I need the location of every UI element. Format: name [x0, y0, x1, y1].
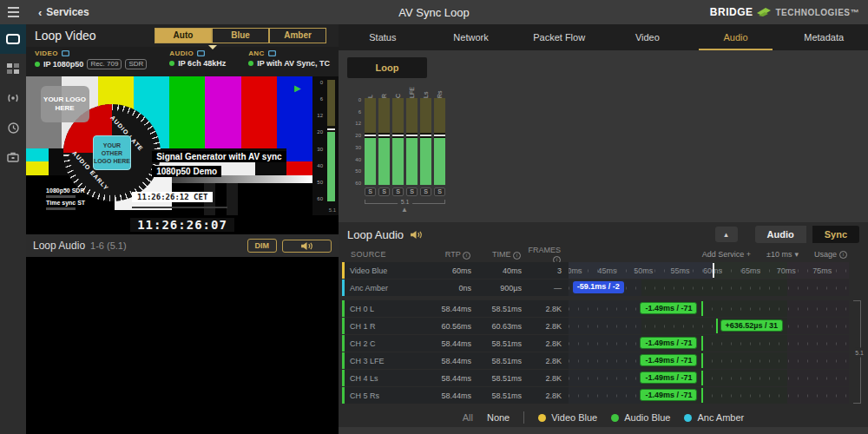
sync-row-ch-2-c[interactable]: CH 2 C58.44ms58.51ms2.8K-1.49ms / -71: [342, 335, 849, 352]
scale-tick-label: 20: [317, 129, 323, 135]
meter-bar-ls: [420, 98, 431, 185]
hamburger-menu-icon[interactable]: [0, 0, 26, 24]
clock-nav-icon[interactable]: [0, 113, 26, 142]
info-icon: i: [839, 251, 847, 259]
timeline-tick-label: 40ms: [569, 266, 582, 275]
speaker-mute-button[interactable]: [282, 240, 332, 253]
signal-nav-icon[interactable]: [0, 83, 26, 113]
legend-item-audio-blue[interactable]: Audio Blue: [611, 412, 670, 423]
measurement-marker: [701, 353, 703, 368]
meter-bars: 06122030405060: [365, 98, 464, 185]
tab-metadata[interactable]: Metadata: [779, 24, 868, 50]
row-timeline: 40ms45ms50ms55ms60ms65ms70ms75ms: [569, 262, 849, 279]
meter-bar-l: [365, 98, 376, 185]
video-format-info: 1080p50 SDR Time sync ST: [46, 187, 85, 212]
row-frames-value: 2.8K: [522, 374, 562, 383]
tab-audio[interactable]: Audio: [692, 24, 780, 50]
demo-caption: 1080p50 Demo: [152, 166, 221, 177]
offset-badge: -1.49ms / -71: [640, 302, 697, 314]
play-icon[interactable]: ▶: [294, 83, 301, 93]
detail-tabs: StatusNetworkPacket FlowVideoAudioMetada…: [339, 24, 868, 50]
row-timeline: -1.49ms / -71: [569, 387, 849, 404]
timeline-tick-label: 70ms: [777, 266, 796, 275]
offset-badge: -1.49ms / -71: [640, 337, 697, 349]
monitor-nav-icon[interactable]: [0, 24, 26, 54]
audio-view-button[interactable]: Audio: [755, 226, 806, 243]
smpte-shadow-block: [227, 183, 238, 215]
loop-audio-sync-section: Loop Audio ▴ Audio Sync SOURCE RTP i TIM…: [339, 222, 868, 427]
signal-text: IP 1080p50: [43, 60, 83, 69]
meter-peak-tick: [406, 135, 418, 136]
mode-button-auto[interactable]: Auto: [155, 28, 212, 43]
row-rtp-value: 58.44ms: [418, 339, 471, 348]
mode-button-blue[interactable]: Blue: [212, 28, 269, 43]
row-timeline: -1.49ms / -71: [569, 352, 849, 369]
legend-item-anc-amber[interactable]: Anc Amber: [684, 412, 744, 423]
loop-stream-button[interactable]: Loop: [347, 57, 427, 78]
timeline-tick-label: 75ms: [812, 266, 832, 275]
timecode-display: 11:26:26:07: [130, 218, 234, 232]
solo-button-l[interactable]: S: [365, 187, 376, 196]
scale-tick-label: 0: [358, 97, 361, 102]
left-panel-filler: [26, 257, 339, 434]
row-rtp-value: 60ms: [418, 266, 471, 275]
legend-all-button[interactable]: All: [463, 412, 473, 423]
toolbox-nav-icon[interactable]: [0, 142, 26, 172]
dashboard-nav-icon[interactable]: [0, 54, 26, 83]
row-frames-value: 2.8K: [522, 339, 562, 348]
usage-button[interactable]: Usage i: [814, 250, 847, 259]
meter-peak-tick: [365, 135, 376, 136]
sync-row-ch-0-l[interactable]: CH 0 L58.44ms58.51ms2.8K-1.49ms / -71: [342, 300, 849, 317]
row-time-value: 40ms: [471, 266, 522, 275]
timeline-ticks: [569, 342, 849, 345]
row-time-value: 58.51ms: [471, 374, 522, 383]
tab-video[interactable]: Video: [603, 24, 692, 50]
timesync-label: Time sync ST: [46, 200, 85, 207]
sync-row-ch-3-lfe[interactable]: CH 3 LFE58.44ms58.51ms2.8K-1.49ms / -71: [342, 352, 849, 369]
info-icon[interactable]: i: [463, 252, 470, 260]
channel-label-l: L: [365, 87, 376, 98]
window-size-select[interactable]: ±10 ms ▾: [766, 250, 799, 259]
row-time-value: 58.51ms: [471, 339, 522, 348]
signal-text: IP 6ch 48kHz: [178, 59, 226, 68]
sync-row-anc-amber[interactable]: Anc Amber0ns900µs—-59.1ms / -2: [342, 279, 849, 296]
sync-row-video-blue[interactable]: Video Blue60ms40ms340ms45ms50ms55ms60ms6…: [342, 262, 849, 279]
signal-label: VIDEO: [35, 49, 147, 57]
signal-generator-caption: Signal Generator with AV sync: [152, 151, 286, 162]
channel-label-c: C: [392, 87, 404, 98]
meter-solo-row: SSSSSS: [365, 187, 464, 196]
legend-item-video-blue[interactable]: Video Blue: [538, 412, 597, 423]
info-icon[interactable]: i: [513, 252, 521, 260]
back-to-services-link[interactable]: ‹ Services: [38, 6, 89, 19]
video-preview[interactable]: AUDIO LATE AUDIO EARLY YOUR OTHER LOGO H…: [26, 76, 312, 215]
sync-view-button[interactable]: Sync: [812, 226, 859, 243]
tab-status[interactable]: Status: [339, 24, 427, 50]
solo-button-r[interactable]: S: [378, 187, 390, 196]
timecode-row: 11:26:26:07: [26, 215, 339, 234]
scale-tick-label: 50: [317, 180, 323, 185]
scale-tick-label: 40: [355, 157, 361, 162]
row-source-name: Video Blue: [345, 266, 418, 275]
measurement-marker: [716, 319, 718, 333]
source-column-header: SOURCE: [344, 250, 417, 259]
meter-group-arrow-icon: ▲: [401, 206, 464, 214]
sync-row-ch-4-ls[interactable]: CH 4 Ls58.44ms58.51ms2.8K-1.49ms / -71: [342, 370, 849, 386]
meter-peak-tick: [392, 135, 404, 136]
solo-button-lfe[interactable]: S: [406, 187, 418, 196]
sync-row-ch-5-rs[interactable]: CH 5 Rs58.44ms58.51ms2.8K-1.49ms / -71: [342, 387, 849, 404]
solo-button-rs[interactable]: S: [434, 187, 445, 196]
sync-row-ch-1-r[interactable]: CH 1 R60.56ms60.63ms2.8K+636.52µs / 31: [342, 318, 849, 334]
scale-tick-label: 60: [355, 181, 361, 186]
add-service-button[interactable]: Add Service +: [702, 250, 751, 259]
tab-network[interactable]: Network: [427, 24, 516, 50]
solo-button-ls[interactable]: S: [420, 187, 431, 196]
collapse-section-button[interactable]: ▴: [715, 227, 738, 242]
speaker-icon[interactable]: [410, 230, 423, 240]
mode-button-amber[interactable]: Amber: [269, 28, 326, 43]
solo-button-c[interactable]: S: [392, 187, 404, 196]
tab-packet-flow[interactable]: Packet Flow: [515, 24, 603, 50]
legend-none-button[interactable]: None: [487, 412, 510, 423]
sync-table-header: SOURCE RTP i TIME i FRAMES i Add Service…: [339, 247, 868, 262]
dim-button[interactable]: DIM: [247, 239, 278, 253]
row-source-name: CH 1 R: [345, 322, 418, 331]
